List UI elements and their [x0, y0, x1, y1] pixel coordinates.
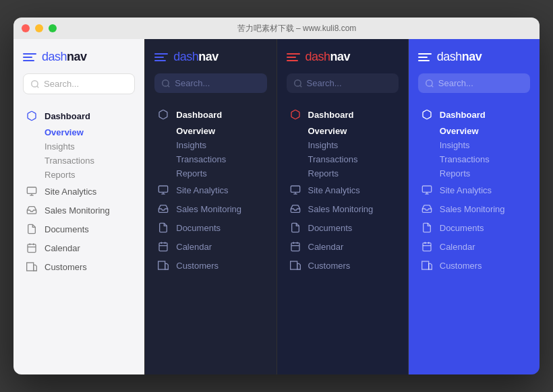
nav-sales-monitoring-light[interactable]: Sales Monitoring — [23, 201, 135, 220]
sub-overview-dark[interactable]: Overview — [173, 124, 266, 138]
logo-text-dark2: dashnav — [305, 50, 351, 64]
nav-customers-dark2[interactable]: Customers — [287, 256, 399, 275]
customers-label-blue: Customers — [440, 261, 482, 271]
sub-overview-dark2[interactable]: Overview — [305, 124, 399, 138]
nav-site-analytics-dark[interactable]: Site Analytics — [154, 181, 266, 199]
hamburger-icon-dark2 — [287, 52, 300, 63]
calendar-label-blue: Calendar — [440, 242, 475, 252]
sub-overview-blue[interactable]: Overview — [437, 124, 530, 138]
site-analytics-label-dark: Site Analytics — [176, 185, 228, 195]
panel-dark: dashnav Search... Dashboard — [145, 39, 276, 374]
nav-customers-light[interactable]: Customers — [23, 257, 135, 276]
inbox-icon-dark — [157, 203, 169, 215]
sub-overview-light[interactable]: Overview — [42, 125, 135, 139]
sales-monitoring-label-blue: Sales Monitoring — [440, 204, 505, 214]
nav-dashboard-dark2[interactable]: Dashboard — [287, 105, 399, 124]
nav-calendar-dark[interactable]: Calendar — [154, 237, 266, 256]
site-analytics-label-light: Site Analytics — [45, 187, 96, 197]
svg-rect-9 — [27, 263, 34, 271]
logo-nav-dark: nav — [198, 50, 219, 63]
titlebar: 苦力吧素材下载 – www.kuli8.com — [13, 18, 540, 39]
nav-documents-light[interactable]: Documents — [23, 220, 135, 238]
nav-documents-blue[interactable]: Documents — [418, 218, 530, 237]
customers-label-light: Customers — [45, 262, 87, 272]
minimize-button[interactable] — [35, 24, 43, 32]
close-button[interactable] — [22, 24, 30, 32]
search-icon-dark2 — [293, 79, 303, 88]
window-title: 苦力吧素材下载 – www.kuli8.com — [62, 23, 531, 34]
nav-site-analytics-light[interactable]: Site Analytics — [23, 182, 135, 201]
sub-insights-blue[interactable]: Insights — [437, 138, 530, 152]
documents-label-blue: Documents — [440, 223, 484, 233]
monitor-icon-blue — [421, 184, 433, 196]
svg-line-15 — [168, 85, 170, 87]
sub-insights-dark2[interactable]: Insights — [305, 138, 399, 152]
sub-items-blue: Overview Insights Transactions Reports — [418, 124, 530, 181]
sales-monitoring-label-light: Sales Monitoring — [45, 205, 110, 216]
sub-transactions-dark[interactable]: Transactions — [173, 152, 266, 166]
panel-dark2: dashnav Search... Dashboard — [277, 39, 408, 374]
search-bar-light[interactable]: Search... — [23, 73, 135, 94]
logo-dash-dark: dash — [173, 50, 198, 63]
calendar-label-dark2: Calendar — [308, 242, 344, 252]
dashboard-label-dark: Dashboard — [176, 110, 222, 120]
sub-transactions-dark2[interactable]: Transactions — [305, 152, 399, 166]
maximize-button[interactable] — [49, 24, 57, 32]
search-bar-blue[interactable]: Search... — [418, 73, 530, 93]
search-placeholder-dark2: Search... — [307, 78, 342, 88]
logo-text-dark: dashnav — [173, 50, 219, 64]
logo-nav-blue: nav — [462, 50, 482, 63]
sub-items-light: Overview Insights Transactions Reports — [23, 125, 135, 182]
logo-text-light: dashnav — [42, 50, 87, 64]
svg-rect-5 — [28, 244, 36, 253]
nav-site-analytics-dark2[interactable]: Site Analytics — [287, 181, 399, 199]
customers-label-dark: Customers — [176, 261, 219, 271]
inbox-icon-dark2 — [289, 203, 301, 215]
nav-calendar-dark2[interactable]: Calendar — [287, 237, 399, 256]
nav-dashboard-blue[interactable]: Dashboard — [418, 105, 530, 124]
svg-line-35 — [431, 85, 433, 87]
sub-transactions-blue[interactable]: Transactions — [437, 152, 530, 166]
documents-label-dark: Documents — [176, 223, 221, 233]
svg-point-34 — [426, 79, 432, 86]
sub-insights-dark[interactable]: Insights — [173, 138, 266, 152]
sub-transactions-light[interactable]: Transactions — [42, 154, 135, 168]
sub-insights-light[interactable]: Insights — [42, 139, 135, 154]
calendar-icon-dark — [157, 240, 169, 253]
monitor-icon-dark2 — [289, 184, 301, 196]
logo-dark: dashnav — [154, 50, 266, 64]
sub-reports-dark[interactable]: Reports — [173, 166, 266, 181]
sub-items-dark2: Overview Insights Transactions Reports — [287, 124, 399, 181]
nav-documents-dark2[interactable]: Documents — [287, 218, 399, 237]
svg-point-14 — [163, 79, 169, 86]
nav-sales-monitoring-blue[interactable]: Sales Monitoring — [418, 199, 530, 218]
nav-documents-dark[interactable]: Documents — [154, 218, 266, 237]
nav-customers-dark[interactable]: Customers — [154, 256, 266, 275]
nav-dashboard-dark[interactable]: Dashboard — [154, 105, 266, 124]
search-bar-dark2[interactable]: Search... — [287, 73, 399, 93]
svg-rect-36 — [422, 186, 431, 192]
nav-customers-blue[interactable]: Customers — [418, 256, 530, 275]
logo-blue: dashnav — [418, 50, 530, 64]
nav-calendar-blue[interactable]: Calendar — [418, 237, 530, 256]
hamburger-icon-dark — [154, 52, 168, 63]
calendar-icon-blue — [421, 240, 433, 253]
nav-dashboard-light[interactable]: Dashboard — [23, 106, 135, 125]
logo-dark2: dashnav — [287, 50, 399, 64]
sub-reports-dark2[interactable]: Reports — [305, 166, 399, 181]
nav-site-analytics-blue[interactable]: Site Analytics — [418, 181, 530, 199]
nav-sales-monitoring-dark2[interactable]: Sales Monitoring — [287, 199, 399, 218]
inbox-icon-light — [26, 204, 38, 216]
sales-monitoring-label-dark: Sales Monitoring — [176, 204, 241, 214]
svg-line-25 — [299, 85, 301, 87]
panel-blue: dashnav Search... Dashboard — [409, 39, 540, 374]
building-icon-light — [26, 261, 38, 273]
sub-reports-blue[interactable]: Reports — [437, 166, 530, 181]
nav-calendar-light[interactable]: Calendar — [23, 238, 135, 257]
nav-sales-monitoring-dark[interactable]: Sales Monitoring — [154, 199, 266, 218]
search-bar-dark[interactable]: Search... — [154, 73, 266, 93]
logo-nav: nav — [67, 50, 87, 63]
sub-reports-light[interactable]: Reports — [42, 168, 135, 182]
nav-dark2: Dashboard Overview Insights Transactions… — [287, 105, 399, 275]
monitor-icon-dark — [157, 184, 169, 196]
